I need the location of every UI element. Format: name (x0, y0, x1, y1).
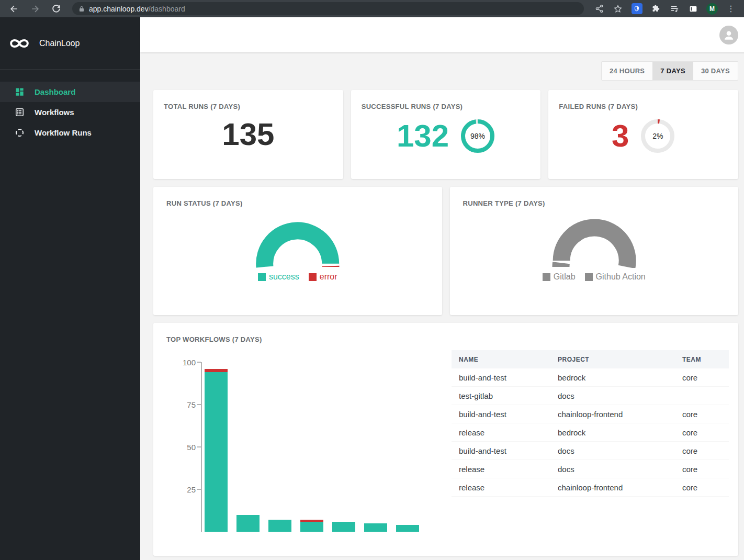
table-cell: chainloop-frontend (550, 483, 675, 492)
table-cell: docs (550, 465, 675, 474)
back-icon[interactable] (5, 2, 23, 16)
card-title: FAILED RUNS (7 DAYS) (559, 103, 728, 110)
range-7-days-button[interactable]: 7 DAYS (652, 62, 693, 80)
legend-item: Gitlab (543, 272, 576, 282)
url-host: app.chainloop.dev (89, 5, 149, 13)
browser-menu-icon[interactable]: ⋮ (723, 2, 739, 16)
table-row: build-and-testdocscore (452, 442, 729, 460)
table-cell: core (675, 410, 729, 419)
card-title: RUNNER TYPE (7 DAYS) (463, 199, 726, 207)
bar-segment-success (205, 372, 228, 532)
table-row: test-gitlabdocs (452, 387, 729, 405)
time-range-group: 24 HOURS 7 DAYS 30 DAYS (601, 61, 738, 81)
url-bar[interactable]: app.chainloop.dev/dashboard (72, 2, 584, 15)
workflow-bar (396, 525, 419, 532)
legend-item: error (309, 272, 337, 282)
card-title: SUCCESSFUL RUNS (7 DAYS) (362, 103, 531, 110)
range-30-days-button[interactable]: 30 DAYS (693, 62, 738, 80)
runner-type-card: RUNNER TYPE (7 DAYS) GitlabGithub Action (450, 187, 739, 315)
workflow-bar (300, 520, 323, 532)
bitwarden-extension-icon[interactable] (629, 2, 645, 16)
y-axis-tick-label: 25 (187, 485, 196, 494)
card-title: TOTAL RUNS (7 DAYS) (164, 103, 333, 110)
y-axis-tick-label: 50 (187, 443, 196, 452)
table-cell: bedrock (550, 373, 675, 382)
sidebar-nav: Dashboard Workflows Workflow Runs (0, 82, 140, 143)
table-cell: core (675, 465, 729, 474)
failed-percent-donut: 2% (640, 119, 675, 153)
legend-item: Github Action (585, 272, 646, 282)
table-cell: docs (550, 391, 675, 400)
reload-icon[interactable] (47, 2, 65, 16)
workflow-bar (268, 520, 291, 532)
run-status-gauge (245, 215, 350, 268)
sidebar-item-label: Workflow Runs (35, 128, 92, 137)
successful-runs-card: SUCCESSFUL RUNS (7 DAYS) 132 98% (351, 90, 541, 179)
y-axis-tick-mark (197, 404, 201, 405)
y-axis-tick-mark (197, 362, 201, 363)
table-row: releasedocscore (452, 460, 729, 478)
sidebar-item-workflows[interactable]: Workflows (0, 102, 140, 122)
extensions-puzzle-icon[interactable] (648, 2, 663, 16)
table-cell: core (675, 428, 729, 437)
table-cell: core (675, 446, 729, 455)
table-cell: release (452, 465, 550, 474)
successful-percent-donut: 98% (460, 119, 495, 153)
table-cell: bedrock (550, 428, 675, 437)
browser-toolbar: app.chainloop.dev/dashboard M ⋮ (0, 0, 744, 17)
sidebar-item-label: Workflows (35, 108, 74, 117)
sidebar-item-label: Dashboard (35, 87, 75, 96)
failed-percent-label: 2% (640, 119, 675, 153)
sidebar-item-workflow-runs[interactable]: Workflow Runs (0, 122, 140, 143)
bar-segment-success (268, 520, 291, 532)
workflow-bar (332, 522, 355, 532)
app-header (140, 17, 744, 52)
y-axis-tick-mark (197, 489, 201, 490)
legend-label: Gitlab (554, 272, 576, 282)
media-controls-icon[interactable] (667, 2, 682, 16)
table-header-cell: TEAM (675, 356, 729, 363)
card-title: RUN STATUS (7 DAYS) (166, 199, 429, 207)
chainloop-logo-icon (8, 36, 31, 51)
workflow-bar (364, 523, 387, 532)
workflows-list-icon (15, 107, 25, 117)
table-cell: core (675, 483, 729, 492)
browser-profile-avatar[interactable]: M (704, 2, 720, 16)
runner-type-gauge (542, 215, 646, 268)
user-avatar[interactable] (719, 26, 738, 44)
table-row: build-and-testchainloop-frontendcore (452, 405, 729, 423)
table-cell: build-and-test (452, 410, 550, 419)
table-cell: build-and-test (452, 446, 550, 455)
sidebar: ChainLoop Dashboard Workflows Workflow (0, 17, 140, 560)
workflow-bar (205, 369, 228, 532)
range-24-hours-button[interactable]: 24 HOURS (602, 62, 652, 80)
bar-segment-success (396, 525, 419, 532)
top-workflows-table: NAMEPROJECTTEAMbuild-and-testbedrockcore… (452, 350, 729, 532)
table-cell: chainloop-frontend (550, 410, 675, 419)
legend-label: Github Action (596, 272, 646, 282)
table-cell: docs (550, 446, 675, 455)
forward-icon[interactable] (26, 2, 44, 16)
table-cell: release (452, 483, 550, 492)
run-status-card: RUN STATUS (7 DAYS) successerror (153, 187, 442, 315)
side-panel-icon[interactable] (685, 2, 701, 16)
lock-icon (78, 5, 85, 13)
legend-label: error (320, 272, 337, 282)
brand-name: ChainLoop (39, 39, 80, 48)
workflow-runs-cycle-icon (15, 128, 25, 138)
total-runs-card: TOTAL RUNS (7 DAYS) 135 (153, 90, 343, 179)
table-row: releasebedrockcore (452, 423, 729, 442)
y-axis-tick-label: 75 (187, 400, 196, 409)
sidebar-item-dashboard[interactable]: Dashboard (0, 82, 140, 102)
table-row: releasechainloop-frontendcore (452, 478, 729, 497)
bookmark-star-icon[interactable] (610, 2, 626, 16)
table-row: build-and-testbedrockcore (452, 368, 729, 387)
bar-segment-success (332, 522, 355, 532)
share-icon[interactable] (591, 2, 607, 16)
legend-swatch (309, 273, 317, 281)
bar-segment-success (236, 515, 260, 532)
card-title: TOP WORKFLOWS (7 DAYS) (166, 335, 729, 343)
url-path: /dashboard (149, 5, 185, 13)
total-runs-value: 135 (222, 119, 274, 150)
table-cell: build-and-test (452, 373, 550, 382)
